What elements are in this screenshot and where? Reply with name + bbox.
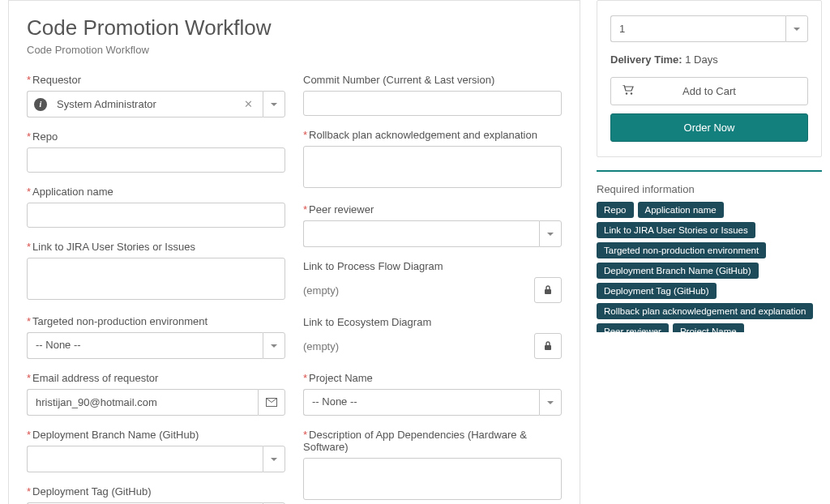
required-info-title: Required information bbox=[597, 183, 812, 195]
project-select[interactable]: -- None -- bbox=[303, 389, 539, 416]
quantity-input[interactable] bbox=[610, 15, 785, 42]
chevron-down-icon bbox=[271, 344, 277, 348]
sidebar: Delivery Time: 1 Days Add to Cart Order … bbox=[597, 0, 822, 504]
required-info-panel[interactable]: Required information RepoApplication nam… bbox=[597, 170, 822, 332]
quantity-dropdown-toggle[interactable] bbox=[785, 15, 808, 42]
jira-label: *Link to JIRA User Stories or Issues bbox=[27, 241, 285, 253]
branch-label: *Deployment Branch Name (GitHub) bbox=[27, 429, 285, 441]
order-panel: Delivery Time: 1 Days Add to Cart Order … bbox=[597, 0, 822, 157]
rollback-input[interactable] bbox=[303, 146, 562, 188]
add-to-cart-button[interactable]: Add to Cart bbox=[610, 77, 808, 105]
svg-point-4 bbox=[631, 92, 632, 94]
email-input[interactable] bbox=[27, 389, 258, 416]
svg-rect-2 bbox=[545, 345, 551, 350]
rollback-label: *Rollback plan acknowledgement and expla… bbox=[303, 129, 562, 141]
requestor-field[interactable]: i System Administrator ✕ bbox=[27, 91, 263, 117]
lock-icon bbox=[544, 341, 552, 351]
branch-select[interactable] bbox=[27, 446, 263, 472]
svg-rect-1 bbox=[545, 289, 551, 294]
form-column-left: *Requestor i System Administrator ✕ *Rep… bbox=[27, 74, 285, 504]
ecosystem-empty: (empty) bbox=[303, 337, 528, 356]
jira-input[interactable] bbox=[27, 258, 285, 300]
chevron-down-icon bbox=[547, 233, 554, 236]
required-tag[interactable]: Deployment Tag (GitHub) bbox=[597, 283, 717, 299]
target-env-select[interactable]: -- None -- bbox=[27, 332, 263, 359]
required-tag[interactable]: Peer reviewer bbox=[597, 323, 669, 332]
form-column-right: Commit Number (Current & Last version) *… bbox=[303, 74, 562, 504]
required-tag[interactable]: Application name bbox=[638, 202, 724, 218]
page-subtitle: Code Promotion Workflow bbox=[27, 44, 562, 56]
requestor-value: System Administrator bbox=[57, 98, 241, 110]
app-name-label: *Application name bbox=[27, 186, 285, 198]
main-form-panel: Code Promotion Workflow Code Promotion W… bbox=[8, 0, 580, 504]
svg-point-3 bbox=[626, 92, 627, 94]
ecosystem-label: Link to Ecosystem Diagram bbox=[303, 316, 562, 328]
required-tag[interactable]: Project Name bbox=[673, 323, 744, 332]
commit-input[interactable] bbox=[303, 91, 562, 116]
project-label: *Project Name bbox=[303, 372, 562, 384]
chevron-down-icon bbox=[547, 401, 554, 404]
required-tag[interactable]: Link to JIRA User Stories or Issues bbox=[597, 222, 755, 238]
chevron-down-icon bbox=[271, 458, 277, 461]
dependencies-input[interactable] bbox=[303, 458, 562, 500]
chevron-down-icon bbox=[271, 103, 277, 106]
peer-dropdown-toggle[interactable] bbox=[539, 220, 562, 247]
processflow-lock-button[interactable] bbox=[534, 277, 562, 303]
cart-icon bbox=[622, 85, 634, 97]
order-now-button[interactable]: Order Now bbox=[610, 113, 808, 142]
app-name-input[interactable] bbox=[27, 203, 285, 228]
requestor-dropdown-toggle[interactable] bbox=[263, 91, 285, 117]
branch-dropdown-toggle[interactable] bbox=[263, 446, 285, 472]
clear-requestor-icon[interactable]: ✕ bbox=[241, 98, 256, 110]
ecosystem-lock-button[interactable] bbox=[534, 333, 562, 359]
chevron-down-icon bbox=[794, 28, 800, 31]
target-env-dropdown-toggle[interactable] bbox=[263, 332, 285, 359]
tag-label: *Deployment Tag (GitHub) bbox=[27, 485, 285, 498]
processflow-label: Link to Process Flow Diagram bbox=[303, 260, 562, 272]
commit-label: Commit Number (Current & Last version) bbox=[303, 74, 562, 86]
peer-label: *Peer reviewer bbox=[303, 203, 562, 216]
delivery-time: Delivery Time: 1 Days bbox=[610, 53, 808, 66]
email-envelope-button[interactable] bbox=[258, 389, 285, 416]
target-env-label: *Targeted non-production environment bbox=[27, 315, 285, 327]
required-tag[interactable]: Rollback plan acknowledgement and explan… bbox=[597, 303, 813, 319]
envelope-icon bbox=[266, 398, 277, 407]
repo-label: *Repo bbox=[27, 130, 285, 143]
processflow-empty: (empty) bbox=[303, 281, 528, 300]
project-dropdown-toggle[interactable] bbox=[539, 389, 562, 416]
info-icon: i bbox=[34, 98, 47, 111]
repo-input[interactable] bbox=[27, 147, 285, 173]
peer-select[interactable] bbox=[303, 220, 539, 247]
required-tag[interactable]: Deployment Branch Name (GitHub) bbox=[597, 263, 759, 279]
required-tag[interactable]: Targeted non-production environment bbox=[597, 242, 766, 258]
dependencies-label: *Description of App Dependencies (Hardwa… bbox=[303, 429, 562, 453]
page-title: Code Promotion Workflow bbox=[27, 15, 562, 41]
lock-icon bbox=[544, 285, 552, 295]
email-label: *Email address of requestor bbox=[27, 372, 285, 384]
required-tag-list: RepoApplication nameLink to JIRA User St… bbox=[597, 202, 812, 332]
required-tag[interactable]: Repo bbox=[597, 202, 634, 218]
requestor-label: *Requestor bbox=[27, 74, 285, 86]
